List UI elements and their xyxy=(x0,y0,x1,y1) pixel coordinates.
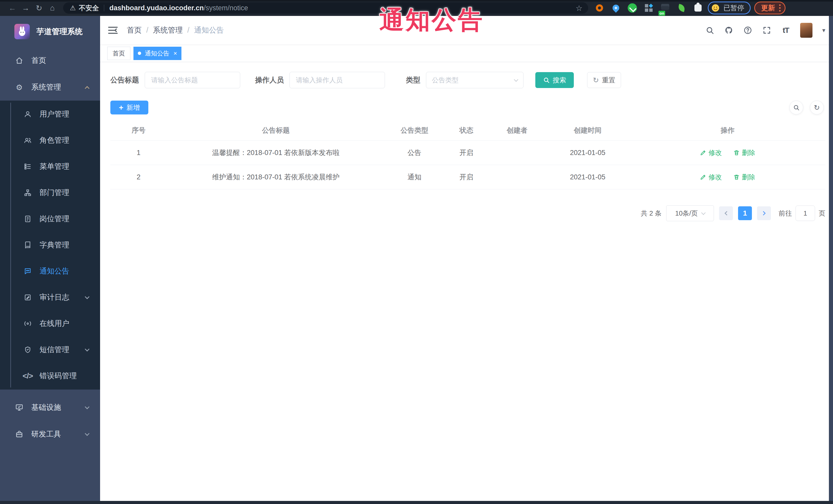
add-button[interactable]: + 新增 xyxy=(110,101,148,115)
notice-type-select[interactable]: 公告类型 xyxy=(426,72,524,88)
sidebar-item-users[interactable]: 用户管理 xyxy=(0,101,100,127)
smiley-emoji-icon xyxy=(711,3,720,13)
edit-link[interactable]: 修改 xyxy=(700,148,722,157)
address-divider xyxy=(104,5,104,11)
extension-green-check-icon[interactable] xyxy=(627,3,638,13)
search-button[interactable]: 搜索 xyxy=(535,72,574,88)
browser-back-icon[interactable]: ← xyxy=(6,4,19,12)
notice-table: 序号 公告标题 公告类型 状态 创建者 创建时间 操作 1 温馨提醒：2018-… xyxy=(110,120,825,189)
app-title: 芋道管理系统 xyxy=(37,26,82,37)
extension-orange-ring-icon[interactable] xyxy=(594,3,604,13)
notice-title-input[interactable] xyxy=(145,72,240,88)
browser-update-button[interactable]: 更新 xyxy=(754,2,786,15)
table-row: 1 温馨提醒：2018-07-01 若依新版本发布啦 公告 开启 2021-01… xyxy=(110,141,825,165)
help-icon[interactable] xyxy=(743,26,753,35)
col-type: 公告类型 xyxy=(385,126,444,135)
active-tab-dot xyxy=(138,52,141,55)
sidebar-item-dev-tools[interactable]: 研发工具 xyxy=(0,421,100,448)
breadcrumb-current: 通知公告 xyxy=(194,25,224,35)
profile-paused-chip[interactable]: 已暂停 xyxy=(708,2,751,15)
fullscreen-icon[interactable] xyxy=(762,26,771,35)
avatar[interactable] xyxy=(800,23,812,38)
search-icon xyxy=(543,77,550,83)
sidebar-item-system[interactable]: ⚙ 系统管理 xyxy=(0,74,100,101)
toolbox-icon xyxy=(15,430,24,438)
sidebar-item-menus[interactable]: 菜单管理 xyxy=(0,153,100,179)
address-bar[interactable]: ⚠ 不安全 dashboard.yudao.iocoder.cn /system… xyxy=(63,2,588,14)
current-page-button[interactable]: 1 xyxy=(738,206,752,220)
page-size-select[interactable]: 10条/页 xyxy=(666,205,714,221)
id-card-icon xyxy=(24,215,32,223)
code-icon: </> xyxy=(24,372,32,380)
sidebar-item-departments[interactable]: 部门管理 xyxy=(0,179,100,206)
trash-icon xyxy=(733,174,740,181)
font-size-icon[interactable]: tT xyxy=(781,26,790,35)
chevron-down-icon xyxy=(85,404,89,409)
page-unit-label: 页 xyxy=(818,209,825,218)
user-icon xyxy=(24,110,32,118)
col-status: 状态 xyxy=(444,126,489,135)
chevron-down-icon xyxy=(85,294,89,299)
edit-pencil-icon xyxy=(700,174,707,181)
window-bottom-edge xyxy=(0,501,833,504)
goto-label: 前往 xyxy=(779,209,792,218)
search-icon[interactable] xyxy=(705,26,714,35)
sidebar-item-audit-log[interactable]: 审计日志 xyxy=(0,284,100,311)
sidebar-toggle-icon[interactable] xyxy=(108,26,118,34)
next-page-button[interactable] xyxy=(757,206,771,220)
edit-link[interactable]: 修改 xyxy=(700,173,722,182)
security-label[interactable]: 不安全 xyxy=(79,4,99,13)
chevron-right-icon xyxy=(761,211,765,216)
row-seq: 1 xyxy=(110,149,167,157)
message-bubble-icon xyxy=(24,267,32,275)
delete-link[interactable]: 删除 xyxy=(733,173,755,182)
github-icon[interactable] xyxy=(724,26,733,35)
close-tab-icon[interactable]: × xyxy=(173,50,177,57)
breadcrumb-home[interactable]: 首页 xyxy=(127,25,142,35)
shield-icon xyxy=(24,346,32,354)
prev-page-button[interactable] xyxy=(719,206,733,220)
browser-menu-kebab-icon[interactable] xyxy=(779,4,781,11)
sidebar-item-error-codes[interactable]: </> 错误码管理 xyxy=(0,363,100,389)
browser-forward-icon[interactable]: → xyxy=(19,4,32,12)
delete-link[interactable]: 删除 xyxy=(733,148,755,157)
url-path: /system/notice xyxy=(204,4,248,12)
toggle-search-button[interactable] xyxy=(789,101,803,115)
table-toolbar: + 新增 ↻ xyxy=(110,101,825,115)
extension-tiles-icon[interactable] xyxy=(644,3,654,13)
topbar-actions: tT ▾ xyxy=(705,23,825,38)
extension-icons: on xyxy=(594,3,703,13)
url-host: dashboard.yudao.iocoder.cn xyxy=(109,4,204,12)
sidebar-item-online-users[interactable]: 在线用户 xyxy=(0,311,100,337)
sidebar-item-sms[interactable]: 短信管理 xyxy=(0,337,100,363)
chevron-down-icon xyxy=(85,431,89,436)
window-scrollbar[interactable] xyxy=(829,16,833,504)
reset-button[interactable]: ↻ 重置 xyxy=(587,72,621,88)
app-logo[interactable]: 芋道管理系统 xyxy=(0,16,100,47)
home-icon xyxy=(15,56,24,65)
goto-page-input[interactable] xyxy=(795,206,815,221)
operator-input[interactable] xyxy=(289,72,385,88)
extensions-puzzle-icon[interactable] xyxy=(693,3,703,13)
browser-reload-icon[interactable]: ↻ xyxy=(32,4,46,13)
org-tree-icon xyxy=(24,189,32,197)
sidebar-item-dictionary[interactable]: 字典管理 xyxy=(0,232,100,258)
system-submenu: 用户管理 角色管理 菜单管理 xyxy=(0,101,100,389)
tab-home[interactable]: 首页 xyxy=(107,47,130,60)
sidebar-item-home[interactable]: 首页 xyxy=(0,47,100,74)
extension-pin-icon[interactable] xyxy=(611,3,621,13)
sidebar-item-infrastructure[interactable]: 基础设施 xyxy=(0,394,100,421)
extension-database-icon[interactable]: on xyxy=(660,3,670,13)
sidebar-item-notice[interactable]: 通知公告 xyxy=(0,258,100,284)
tab-notice[interactable]: 通知公告 × xyxy=(134,47,182,60)
col-created-time: 创建时间 xyxy=(545,126,630,135)
sidebar-item-posts[interactable]: 岗位管理 xyxy=(0,206,100,232)
browser-home-icon[interactable]: ⌂ xyxy=(46,4,59,12)
bookmark-star-icon[interactable]: ☆ xyxy=(576,4,582,13)
refresh-table-button[interactable]: ↻ xyxy=(810,101,824,115)
paused-label: 已暂停 xyxy=(723,3,744,13)
breadcrumb-system[interactable]: 系统管理 xyxy=(153,25,183,35)
extension-leaf-icon[interactable] xyxy=(676,3,687,13)
sidebar-item-roles[interactable]: 角色管理 xyxy=(0,127,100,153)
avatar-caret-icon[interactable]: ▾ xyxy=(822,27,825,34)
